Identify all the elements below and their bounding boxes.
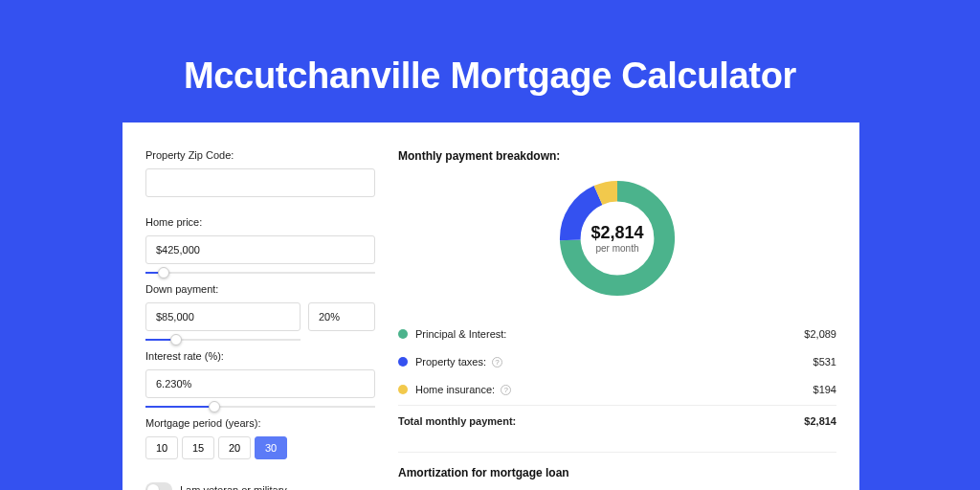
interest-rate-input[interactable] — [145, 369, 375, 398]
help-icon[interactable]: ? — [492, 357, 502, 368]
breakdown-panel: Monthly payment breakdown: $2,814 per mo… — [398, 149, 836, 490]
breakdown-amount: $531 — [813, 356, 836, 368]
legend-dot — [398, 385, 408, 394]
home-price-slider[interactable] — [145, 272, 375, 274]
breakdown-amount: $194 — [813, 384, 836, 395]
help-icon[interactable]: ? — [501, 385, 511, 395]
veteran-row: I am veteran or military — [145, 482, 375, 490]
period-button-30[interactable]: 30 — [255, 436, 287, 459]
period-field: Mortgage period (years): 10152030 — [145, 417, 375, 459]
slider-thumb[interactable] — [209, 401, 220, 412]
home-price-label: Home price: — [145, 216, 375, 228]
donut-total: $2,814 — [590, 223, 643, 243]
donut-chart-wrap: $2,814 per month — [398, 176, 836, 301]
donut-center: $2,814 per month — [555, 176, 679, 301]
period-button-15[interactable]: 15 — [182, 436, 214, 459]
period-buttons: 10152030 — [145, 436, 375, 459]
legend-dot — [398, 357, 408, 367]
toggle-knob — [147, 484, 159, 490]
slider-thumb[interactable] — [158, 267, 169, 278]
veteran-toggle[interactable] — [145, 482, 172, 490]
breakdown-row: Principal & Interest:$2,089 — [398, 320, 836, 347]
total-amount: $2,814 — [804, 415, 836, 427]
down-payment-slider[interactable] — [145, 339, 301, 341]
veteran-label: I am veteran or military — [180, 484, 287, 490]
breakdown-rows: Principal & Interest:$2,089Property taxe… — [398, 320, 836, 403]
page-title: Mccutchanville Mortgage Calculator — [0, 0, 980, 97]
slider-thumb[interactable] — [170, 334, 182, 345]
home-price-input[interactable] — [145, 235, 375, 264]
breakdown-amount: $2,089 — [804, 328, 836, 340]
zip-field: Property Zip Code: — [145, 149, 375, 197]
breakdown-total-row: Total monthly payment: $2,814 — [398, 405, 836, 434]
slider-fill — [145, 406, 214, 408]
interest-rate-label: Interest rate (%): — [145, 350, 375, 362]
total-label: Total monthly payment: — [398, 415, 804, 427]
zip-input[interactable] — [145, 168, 375, 197]
down-payment-input[interactable] — [145, 302, 301, 331]
period-button-20[interactable]: 20 — [218, 436, 251, 459]
calculator-card: Property Zip Code: Home price: Down paym… — [122, 122, 859, 490]
amortization-section: Amortization for mortgage loan Amortizat… — [398, 452, 836, 490]
down-payment-field: Down payment: — [145, 283, 375, 331]
home-price-field: Home price: — [145, 216, 375, 264]
interest-rate-slider[interactable] — [145, 406, 375, 408]
inputs-panel: Property Zip Code: Home price: Down paym… — [145, 149, 375, 490]
period-label: Mortgage period (years): — [145, 417, 375, 429]
legend-dot — [398, 329, 408, 339]
breakdown-label: Property taxes:? — [415, 356, 813, 368]
down-payment-pct-input[interactable] — [308, 302, 375, 331]
donut-chart: $2,814 per month — [555, 176, 679, 301]
interest-rate-field: Interest rate (%): — [145, 350, 375, 398]
breakdown-label: Principal & Interest: — [415, 328, 804, 340]
zip-label: Property Zip Code: — [145, 149, 375, 161]
breakdown-row: Property taxes:?$531 — [398, 347, 836, 375]
breakdown-label: Home insurance:? — [415, 384, 813, 395]
breakdown-heading: Monthly payment breakdown: — [398, 149, 836, 163]
donut-sub: per month — [595, 243, 638, 254]
down-payment-label: Down payment: — [145, 283, 375, 295]
period-button-10[interactable]: 10 — [145, 436, 178, 459]
amortization-heading: Amortization for mortgage loan — [398, 466, 836, 479]
breakdown-row: Home insurance:?$194 — [398, 375, 836, 403]
